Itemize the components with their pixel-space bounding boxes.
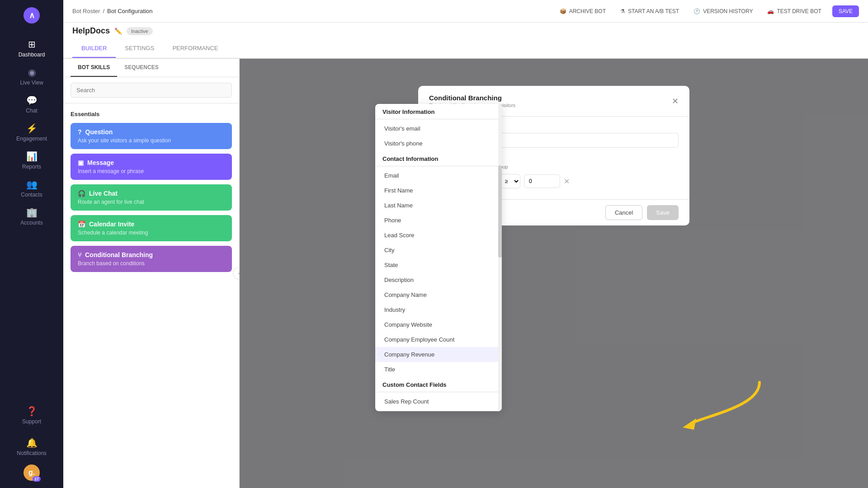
divider-visitor [375, 119, 502, 119]
test-drive-button[interactable]: 🚗 TEST DRIVE BOT [764, 6, 825, 16]
skill-header-calendar: 📅 Calendar Invite [78, 221, 225, 228]
skill-header-livechat: 🎧 Live Chat [78, 190, 225, 197]
conditional-icon: ⑂ [78, 251, 81, 258]
dropdown-item-email[interactable]: Email [375, 168, 502, 183]
livechat-icon: 🎧 [78, 190, 85, 197]
cancel-button[interactable]: Cancel [605, 205, 642, 220]
sidebar-label-accounts: Accounts [20, 220, 42, 226]
sidebar-item-liveview[interactable]: ◉ Live View [0, 62, 63, 90]
dropdown-list: Visitor Information Visitor's email Visi… [375, 104, 502, 411]
section-title-visitor: Visitor Information [375, 104, 502, 117]
modal-overlay: Conditional Branching This bot skill wil… [240, 59, 868, 488]
dropdown-item-lastname[interactable]: Last Name [375, 198, 502, 213]
dropdown-item-salesrepcount[interactable]: Sales Rep Count [375, 394, 502, 409]
avatar[interactable]: g. 27 [24, 465, 40, 481]
sidebar-item-support[interactable]: ❓ Support [17, 401, 46, 429]
dropdown-item-companywebsite[interactable]: Company Website [375, 317, 502, 332]
panel-search [63, 77, 239, 103]
dropdown-scroll: Visitor Information Visitor's email Visi… [375, 104, 502, 411]
dropdown-item-city[interactable]: City [375, 243, 502, 258]
skill-desc-conditional: Branch based on conditions [78, 260, 225, 267]
dropdown-item-companyemployeecount[interactable]: Company Employee Count [375, 332, 502, 347]
tab-performance[interactable]: PERFORMANCE [163, 39, 227, 58]
save-modal-button[interactable]: Save [647, 205, 679, 220]
sidebar-bottom: ❓ Support 🔔 Notifications g. 27 [17, 401, 46, 481]
history-icon: 🕐 [693, 8, 700, 14]
breadcrumb-sep: / [103, 8, 104, 14]
dropdown-item-email-visitor[interactable]: Visitor's email [375, 121, 502, 136]
tab-builder[interactable]: BUILDER [72, 39, 116, 58]
message-icon: ▣ [78, 159, 84, 166]
dropdown-item-title[interactable]: Title [375, 362, 502, 377]
modal-close-button[interactable]: ✕ [672, 96, 679, 106]
sidebar-item-accounts[interactable]: 🏢 Accounts [0, 202, 63, 230]
test-icon: 🚗 [767, 8, 774, 14]
sidebar-item-dashboard[interactable]: ⊞ Dashboard [0, 34, 63, 62]
filter-value-input[interactable] [524, 174, 560, 188]
scrollbar-thumb[interactable] [498, 165, 502, 258]
skill-card-conditional[interactable]: ⑂ Conditional Branching Branch based on … [71, 246, 232, 272]
search-input[interactable] [71, 83, 232, 98]
dropdown-item-firstname[interactable]: First Name [375, 183, 502, 198]
dropdown-item-companyrevenue[interactable]: Company Revenue [375, 347, 502, 362]
skill-card-message[interactable]: ▣ Message Insert a message or phrase [71, 154, 232, 180]
dropdown-item-companyname[interactable]: Company Name [375, 287, 502, 302]
skill-card-livechat[interactable]: 🎧 Live Chat Route an agent for live chat [71, 184, 232, 211]
breadcrumb-parent[interactable]: Bot Roster [72, 8, 100, 14]
sidebar: ∧ ⊞ Dashboard ◉ Live View 💬 Chat ⚡ Engag… [0, 0, 63, 488]
panel-tab-sequences[interactable]: SEQUENCES [117, 59, 165, 77]
liveview-icon: ◉ [28, 67, 36, 78]
archive-icon: 📦 [560, 8, 566, 14]
notification-badge: 27 [33, 476, 41, 482]
dropdown-item-description[interactable]: Description [375, 272, 502, 287]
ab-label: START AN A/B TEST [628, 8, 679, 14]
ab-test-button[interactable]: ⚗ START AN A/B TEST [617, 6, 683, 16]
dropdown-item-state[interactable]: State [375, 258, 502, 272]
sidebar-label-engagement: Engagement [16, 136, 47, 142]
skill-card-calendar[interactable]: 📅 Calendar Invite Schedule a calendar me… [71, 215, 232, 241]
chat-icon: 💬 [26, 95, 38, 106]
logo-letter: ∧ [29, 10, 35, 20]
skill-desc-message: Insert a message or phrase [78, 168, 225, 174]
ab-icon: ⚗ [620, 8, 625, 14]
essentials-title: Essentials [71, 111, 232, 117]
archive-bot-button[interactable]: 📦 ARCHIVE BOT [556, 6, 609, 16]
topbar-actions: 📦 ARCHIVE BOT ⚗ START AN A/B TEST 🕐 VERS… [556, 5, 859, 17]
edit-icon[interactable]: ✏️ [114, 28, 122, 35]
support-icon: ❓ [26, 406, 38, 417]
save-label: SAVE [839, 8, 853, 14]
notifications-icon: 🔔 [26, 437, 38, 448]
sidebar-label-contacts: Contacts [21, 192, 42, 198]
clear-filter-icon[interactable]: ✕ [564, 177, 570, 186]
skill-desc-calendar: Schedule a calendar meeting [78, 230, 225, 236]
dropdown-item-phone[interactable]: Phone [375, 213, 502, 228]
tab-settings[interactable]: SETTINGS [116, 39, 163, 58]
dropdown-item-role[interactable]: Role [375, 409, 502, 411]
sidebar-item-notifications[interactable]: 🔔 Notifications [17, 433, 46, 461]
sidebar-item-engagement[interactable]: ⚡ Engagement [0, 118, 63, 146]
sidebar-item-chat[interactable]: 💬 Chat [0, 90, 63, 118]
sidebar-label-dashboard: Dashboard [19, 52, 45, 58]
skill-header-question: ? Question [78, 128, 225, 136]
sidebar-item-reports[interactable]: 📊 Reports [0, 146, 63, 174]
dropdown-item-phone-visitor[interactable]: Visitor's phone [375, 136, 502, 151]
skill-card-question[interactable]: ? Question Ask your site visitors a simp… [71, 123, 232, 149]
panel-tab-skills[interactable]: BOT SKILLS [71, 59, 117, 77]
section-title-contact: Contact Information [375, 151, 502, 164]
sidebar-item-contacts[interactable]: 👥 Contacts [0, 174, 63, 202]
dashboard-icon: ⊞ [28, 39, 36, 50]
question-icon: ? [78, 128, 82, 136]
archive-label: ARCHIVE BOT [569, 8, 606, 14]
avatar-letter: g. [28, 469, 35, 477]
divider-contact [375, 166, 502, 166]
test-label: TEST DRIVE BOT [777, 8, 821, 14]
dropdown-item-leadscore[interactable]: Lead Score [375, 228, 502, 243]
dropdown-item-industry[interactable]: Industry [375, 302, 502, 317]
main-tab-bar: BUILDER SETTINGS PERFORMANCE [63, 39, 868, 58]
sidebar-label-reports: Reports [22, 164, 41, 170]
calendar-icon: 📅 [78, 221, 85, 228]
sidebar-label-notifications: Notifications [17, 450, 46, 456]
divider-custom [375, 392, 502, 392]
save-button[interactable]: SAVE [832, 5, 859, 17]
version-history-button[interactable]: 🕐 VERSION HISTORY [690, 6, 756, 16]
